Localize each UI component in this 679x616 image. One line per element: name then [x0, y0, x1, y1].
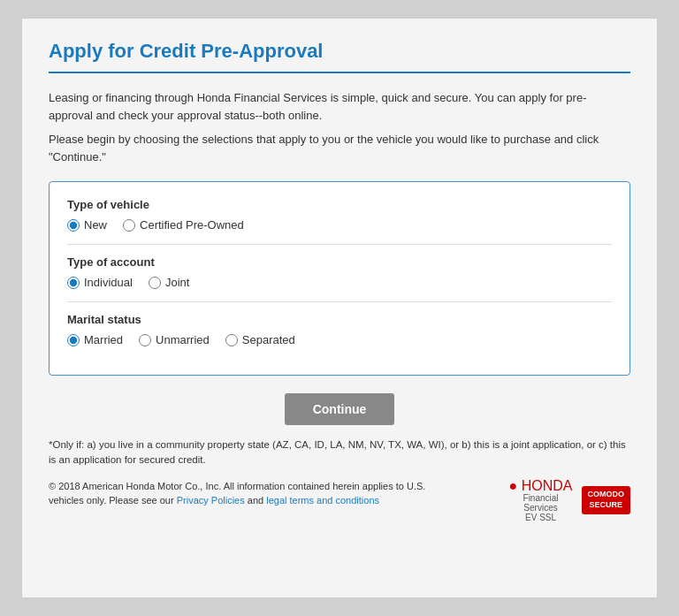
account-type-group: Individual Joint	[67, 276, 612, 289]
vehicle-certified-radio[interactable]	[123, 219, 135, 232]
section-divider-2	[67, 301, 612, 302]
section-divider-1	[67, 244, 612, 245]
continue-area: Continue	[49, 393, 630, 425]
vehicle-type-label: Type of vehicle	[67, 198, 612, 211]
marital-separated-option[interactable]: Separated	[225, 333, 295, 346]
marital-separated-radio[interactable]	[225, 334, 238, 346]
footer-text: © 2018 American Honda Motor Co., Inc. Al…	[49, 479, 429, 508]
footer-and: and	[245, 495, 266, 506]
title-divider	[49, 72, 630, 73]
privacy-link[interactable]: Privacy Policies	[177, 495, 245, 506]
marital-married-radio[interactable]	[67, 334, 80, 346]
marital-unmarried-radio[interactable]	[139, 334, 151, 346]
honda-wing-icon: ● HONDA	[509, 479, 573, 493]
vehicle-type-group: New Certified Pre-Owned	[67, 218, 612, 232]
marital-unmarried-option[interactable]: Unmarried	[139, 333, 210, 346]
vehicle-new-radio[interactable]	[67, 219, 80, 232]
account-joint-option[interactable]: Joint	[149, 276, 189, 289]
marital-married-label: Married	[84, 333, 123, 346]
marital-married-option[interactable]: Married	[67, 333, 123, 346]
page-title: Apply for Credit Pre-Approval	[49, 40, 630, 63]
footer-logos: ● HONDA FinancialServices EV SSL COMODO …	[509, 479, 630, 522]
marital-separated-label: Separated	[242, 333, 295, 346]
intro-text-2: Please begin by choosing the selections …	[49, 131, 630, 165]
legal-link[interactable]: legal terms and conditions	[266, 495, 379, 506]
account-individual-option[interactable]: Individual	[67, 276, 133, 289]
account-individual-label: Individual	[84, 276, 133, 289]
comodo-secure-badge: COMODO SECURE	[582, 486, 631, 513]
vehicle-new-option[interactable]: New	[67, 218, 107, 232]
comodo-line2: SECURE	[588, 500, 625, 511]
financial-services-text: FinancialServices	[523, 493, 559, 513]
marital-status-label: Marital status	[67, 313, 612, 326]
continue-button[interactable]: Continue	[285, 393, 395, 425]
comodo-line1: COMODO	[588, 490, 625, 500]
page-container: Apply for Credit Pre-Approval Leasing or…	[21, 18, 658, 598]
vehicle-certified-label: Certified Pre-Owned	[140, 218, 244, 232]
marital-unmarried-label: Unmarried	[156, 333, 210, 346]
marital-status-group: Married Unmarried Separated	[67, 333, 612, 346]
form-box: Type of vehicle New Certified Pre-Owned …	[49, 181, 630, 376]
account-type-label: Type of account	[67, 255, 612, 269]
honda-financial-logo: ● HONDA FinancialServices EV SSL	[509, 479, 573, 522]
account-joint-label: Joint	[165, 276, 189, 289]
footnote: *Only if: a) you live in a community pro…	[49, 437, 630, 468]
vehicle-certified-option[interactable]: Certified Pre-Owned	[123, 218, 244, 232]
account-individual-radio[interactable]	[67, 277, 80, 289]
ev-ssl-badge: EV SSL	[525, 513, 556, 522]
footer-area: © 2018 American Honda Motor Co., Inc. Al…	[49, 479, 630, 522]
vehicle-new-label: New	[84, 218, 107, 232]
intro-text-1: Leasing or financing through Honda Finan…	[49, 89, 630, 124]
account-joint-radio[interactable]	[149, 277, 161, 289]
